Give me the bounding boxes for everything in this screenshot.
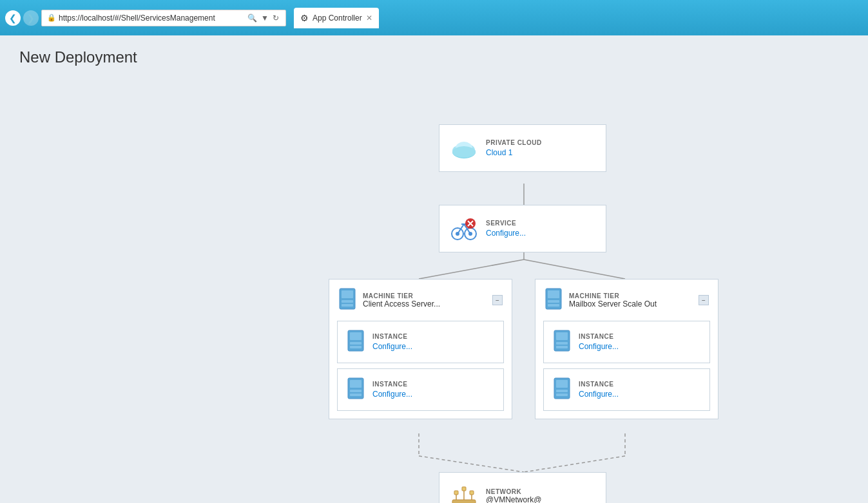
address-actions: 🔍 ▼ ↻ xyxy=(246,14,280,23)
tier-left-collapse-button[interactable]: − xyxy=(492,295,503,305)
svg-line-2 xyxy=(419,260,524,279)
svg-rect-38 xyxy=(548,304,559,307)
network-node: NETWORK @VMNetwork@ xyxy=(439,472,606,503)
service-icon xyxy=(450,214,478,243)
instance-right-1-link[interactable]: Configure... xyxy=(579,342,619,351)
instance-left-1-link[interactable]: Configure... xyxy=(372,342,412,351)
svg-line-5 xyxy=(419,456,524,472)
svg-rect-33 xyxy=(350,390,362,392)
instance-left-2-icon xyxy=(347,377,365,403)
address-text: https://localhost/#/Shell/ServicesManage… xyxy=(59,14,244,23)
svg-rect-36 xyxy=(548,290,559,298)
instance-left-2-link[interactable]: Configure... xyxy=(372,390,412,399)
service-label: SERVICE xyxy=(486,220,526,227)
svg-rect-25 xyxy=(342,300,353,303)
tier-left-label: MACHINE TIER xyxy=(363,292,440,299)
svg-rect-42 xyxy=(556,346,568,348)
private-cloud-info: PRIVATE CLOUD Cloud 1 xyxy=(486,139,542,158)
private-cloud-node: PRIVATE CLOUD Cloud 1 xyxy=(439,124,606,172)
instance-right-1: INSTANCE Configure... xyxy=(543,321,710,363)
service-node: SERVICE Configure... xyxy=(439,205,606,252)
svg-point-12 xyxy=(452,146,476,158)
refresh-button[interactable]: ↻ xyxy=(271,14,280,23)
cloud-icon xyxy=(450,134,478,162)
tab-icon: ⚙ xyxy=(300,13,309,23)
network-icon xyxy=(450,482,478,503)
svg-rect-45 xyxy=(556,390,568,392)
tier-right-instances: INSTANCE Configure... xyxy=(535,321,718,419)
browser-tab[interactable]: ⚙ App Controller ✕ xyxy=(294,8,379,28)
instance-right-1-icon xyxy=(553,329,571,355)
back-button[interactable]: ❮ xyxy=(5,10,21,26)
instance-left-1: INSTANCE Configure... xyxy=(337,321,504,363)
forward-button[interactable]: ❯ xyxy=(23,10,39,26)
svg-rect-40 xyxy=(556,332,568,340)
tier-left-name: Client Access Server... xyxy=(363,299,440,308)
page-title: New Deployment xyxy=(19,48,849,66)
lock-icon: 🔒 xyxy=(47,14,56,22)
instance-left-2-label: INSTANCE xyxy=(372,381,412,388)
network-name: @VMNetwork@ xyxy=(486,495,541,504)
svg-rect-47 xyxy=(452,500,476,503)
tier-right-name: Mailbox Server Scale Out xyxy=(569,299,657,308)
tier-left-header: MACHINE TIER Client Access Server... − xyxy=(329,280,512,321)
instance-right-2-icon xyxy=(553,377,571,403)
instance-right-2-label: INSTANCE xyxy=(579,381,619,388)
network-info: NETWORK @VMNetwork@ xyxy=(486,488,541,504)
tab-close-button[interactable]: ✕ xyxy=(366,14,372,23)
instance-right-2-info: INSTANCE Configure... xyxy=(579,381,619,399)
instance-left-1-label: INSTANCE xyxy=(372,333,412,340)
dropdown-button[interactable]: ▼ xyxy=(260,14,270,23)
tier-right-server-icon xyxy=(545,287,563,313)
svg-line-3 xyxy=(524,260,625,279)
svg-rect-29 xyxy=(350,342,362,345)
svg-line-7 xyxy=(524,456,625,472)
service-link[interactable]: Configure... xyxy=(486,229,526,238)
instance-left-2-info: INSTANCE Configure... xyxy=(372,381,412,399)
deployment-diagram: PRIVATE CLOUD Cloud 1 xyxy=(19,86,849,503)
instance-left-1-icon xyxy=(347,329,365,355)
svg-rect-26 xyxy=(342,304,353,307)
svg-rect-37 xyxy=(548,300,559,303)
tier-left-info: MACHINE TIER Client Access Server... xyxy=(363,292,440,308)
svg-rect-41 xyxy=(556,342,568,345)
page-content: New Deployment xyxy=(0,35,868,503)
address-bar: 🔒 https://localhost/#/Shell/ServicesMana… xyxy=(41,10,286,26)
tier-left-instances: INSTANCE Configure... xyxy=(329,321,512,419)
tier-left-server-icon xyxy=(338,287,356,313)
tier-right-header: MACHINE TIER Mailbox Server Scale Out − xyxy=(535,280,718,321)
svg-rect-53 xyxy=(470,491,474,495)
svg-rect-44 xyxy=(556,380,568,388)
svg-rect-51 xyxy=(454,491,458,495)
instance-left-2: INSTANCE Configure... xyxy=(337,368,504,411)
private-cloud-label: PRIVATE CLOUD xyxy=(486,139,542,146)
svg-rect-34 xyxy=(350,394,362,396)
tab-title: App Controller xyxy=(313,14,362,23)
svg-rect-24 xyxy=(342,290,353,298)
browser-chrome: ❮ ❯ 🔒 https://localhost/#/Shell/Services… xyxy=(0,0,868,35)
service-info: SERVICE Configure... xyxy=(486,220,526,238)
machine-tier-right: MACHINE TIER Mailbox Server Scale Out − xyxy=(535,279,719,419)
svg-rect-46 xyxy=(556,394,568,396)
machine-tier-left: MACHINE TIER Client Access Server... − xyxy=(329,279,512,419)
search-button[interactable]: 🔍 xyxy=(246,14,258,23)
instance-right-1-info: INSTANCE Configure... xyxy=(579,333,619,352)
instance-right-2: INSTANCE Configure... xyxy=(543,368,710,411)
instance-left-1-info: INSTANCE Configure... xyxy=(372,333,412,352)
svg-rect-32 xyxy=(350,380,362,388)
tier-right-label: MACHINE TIER xyxy=(569,292,657,299)
tier-right-info: MACHINE TIER Mailbox Server Scale Out xyxy=(569,292,657,308)
svg-rect-30 xyxy=(350,346,362,348)
private-cloud-link[interactable]: Cloud 1 xyxy=(486,148,512,157)
instance-right-1-label: INSTANCE xyxy=(579,333,619,340)
svg-rect-28 xyxy=(350,332,362,340)
instance-right-2-link[interactable]: Configure... xyxy=(579,390,619,399)
tier-right-collapse-button[interactable]: − xyxy=(699,295,709,305)
network-label: NETWORK xyxy=(486,488,541,495)
svg-rect-52 xyxy=(462,487,466,491)
